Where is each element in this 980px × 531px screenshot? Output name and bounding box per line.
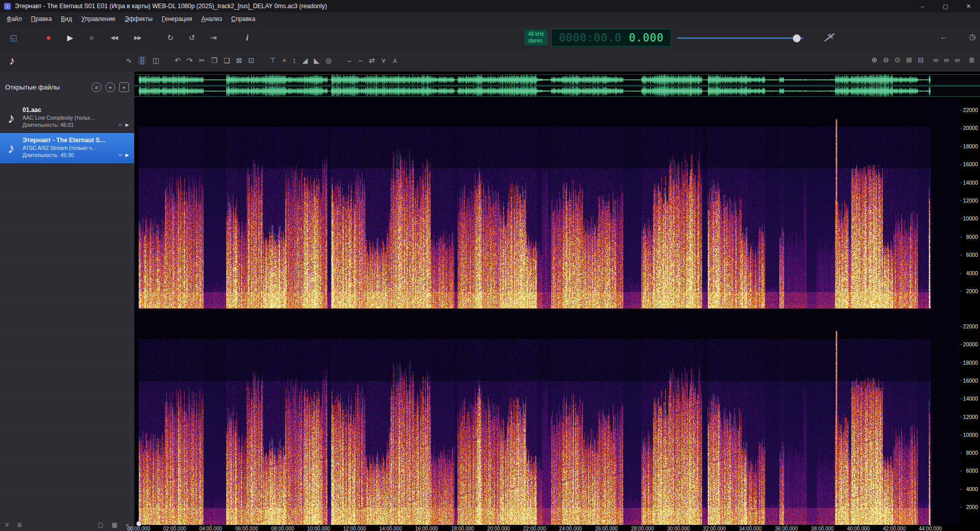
time-position-dim: 0000:00.0: [559, 32, 622, 44]
play-follow-icon[interactable]: ⇥: [208, 34, 219, 41]
jump-back-icon[interactable]: ←: [938, 33, 949, 40]
fast-forward-icon[interactable]: ▶▶: [131, 35, 144, 40]
loop-playback-icon[interactable]: ↻: [165, 34, 176, 41]
mix-icon[interactable]: +: [282, 57, 286, 64]
draw-cursor-disabled-icon[interactable]: ✎: [825, 33, 836, 40]
open-files-title: Открытые файлы: [5, 83, 60, 91]
fade-in-icon[interactable]: ◢: [302, 57, 308, 64]
freq-label: 8000: [966, 234, 978, 240]
freq-label: 20000: [963, 341, 978, 347]
freq-tick: [960, 417, 962, 417]
spectrogram-channel-right[interactable]: [135, 309, 960, 525]
menu-generate[interactable]: Генерация: [157, 14, 197, 24]
loop-selection-icon[interactable]: ↺: [186, 34, 198, 41]
crop-icon[interactable]: ⊡: [248, 57, 254, 64]
time-label: 08:00.000: [271, 526, 294, 531]
time-label: 28:00.000: [631, 526, 654, 531]
format-badge: 48 kHz stereo: [525, 30, 548, 46]
filter-files-icon[interactable]: ≡: [92, 82, 101, 92]
freq-label: 16000: [963, 378, 978, 384]
loop-markers-icon[interactable]: ‹›: [119, 152, 122, 158]
normalize-icon[interactable]: ⊤: [270, 57, 276, 64]
menu-file[interactable]: Файл: [2, 14, 27, 24]
empty-file-slot: [0, 496, 134, 519]
selection-mode-icon[interactable]: ◱: [8, 34, 19, 41]
split-channels-icon[interactable]: ⋎: [381, 57, 386, 64]
freq-label: 18000: [963, 143, 978, 149]
menu-analyze[interactable]: Анализ: [197, 14, 227, 24]
paste-icon[interactable]: ❏: [224, 57, 230, 64]
new-file-icon[interactable]: +: [119, 82, 129, 92]
play-icon[interactable]: ▶: [64, 34, 76, 41]
zoom-selection-icon[interactable]: ⊙: [895, 56, 901, 63]
menu-help[interactable]: Справка: [227, 14, 260, 24]
add-file-icon[interactable]: +: [105, 82, 115, 92]
volume-slider-knob[interactable]: [793, 34, 801, 42]
view-spectrogram-icon[interactable]: ⣿: [138, 56, 146, 64]
history-icon[interactable]: ◷: [967, 33, 978, 40]
show-preview-icon[interactable]: ▢: [98, 521, 103, 528]
volume-slider[interactable]: [677, 34, 803, 42]
undo-icon[interactable]: ↶: [175, 57, 181, 64]
delete-icon[interactable]: ⊠: [236, 57, 243, 64]
overview-waveform[interactable]: [135, 74, 980, 97]
close-button[interactable]: ✕: [957, 0, 980, 12]
maximize-button[interactable]: ▢: [934, 0, 957, 12]
freq-label: 10000: [963, 432, 978, 438]
envelope-icon[interactable]: ⌣: [347, 57, 352, 64]
copy-icon[interactable]: ❐: [211, 57, 217, 64]
file-info-icon[interactable]: i: [242, 33, 253, 42]
minimize-button[interactable]: –: [911, 0, 934, 12]
link-zoom-icon[interactable]: ∞: [944, 56, 949, 63]
fade-out-icon[interactable]: ◣: [314, 57, 319, 64]
freq-label: 14000: [963, 395, 978, 402]
crossfade-icon[interactable]: ⇄: [369, 57, 375, 64]
menu-edit[interactable]: Правка: [27, 14, 57, 24]
zoom-out-icon[interactable]: ⊖: [883, 56, 889, 63]
zoom-fit-icon[interactable]: ⊞: [906, 56, 912, 63]
play-file-icon[interactable]: ▶: [125, 152, 129, 158]
loop-region-icon[interactable]: ◎: [325, 57, 332, 64]
freq-label: 4000: [966, 270, 978, 276]
record-icon[interactable]: ●: [43, 33, 54, 42]
icon-group: ↶↷✂❐❏⊠⊡: [175, 57, 254, 64]
invert-icon[interactable]: ↕: [292, 57, 296, 64]
curve-icon[interactable]: ⌢: [358, 57, 362, 64]
freq-tick: [960, 507, 962, 507]
playhead-marker[interactable]: [136, 521, 142, 526]
time-label: 32:00.000: [703, 526, 726, 531]
menu-view[interactable]: Вид: [56, 14, 77, 24]
rewind-icon[interactable]: ◀◀: [107, 35, 121, 40]
files-compact-view-icon[interactable]: ≡: [5, 521, 9, 528]
file-list-item[interactable]: ♪Этернавт - The Eternaut S…ATSC A/52 Str…: [0, 133, 134, 163]
join-channels-icon[interactable]: ⋏: [393, 57, 398, 64]
view-split-icon[interactable]: ◫: [153, 57, 159, 64]
zoom-in-icon[interactable]: ⊕: [872, 56, 878, 63]
empty-file-slot: [0, 363, 134, 396]
channel-mode-label: stereo: [528, 38, 544, 45]
menu-control[interactable]: Управление: [77, 14, 120, 24]
file-list-item[interactable]: ♪01.aacAAC Low Complexity (тольк…Длитель…: [0, 103, 134, 133]
play-file-icon[interactable]: ▶: [125, 122, 129, 127]
stop-icon[interactable]: ■: [86, 34, 97, 41]
link-scroll-icon[interactable]: ∞: [954, 56, 960, 63]
freq-label: 6000: [966, 252, 978, 258]
files-detail-view-icon[interactable]: ≣: [17, 521, 22, 528]
view-waveform-icon[interactable]: ∿: [126, 57, 132, 64]
view-options-icon[interactable]: ≣: [969, 56, 975, 63]
loop-markers-icon[interactable]: ‹›: [119, 122, 122, 127]
link-views-icon[interactable]: ∞: [933, 56, 938, 63]
time-label: 36:00.000: [775, 526, 798, 531]
redo-icon[interactable]: ↷: [187, 57, 193, 64]
spectrogram-channel-left[interactable]: [135, 98, 960, 308]
zoom-all-icon[interactable]: ⊟: [918, 56, 924, 63]
menu-effects[interactable]: Эффекты: [120, 14, 158, 24]
window-controls: – ▢ ✕: [911, 0, 980, 12]
freq-tick: [960, 146, 962, 147]
cut-icon[interactable]: ✂: [199, 57, 205, 64]
freq-tick: [960, 453, 962, 453]
empty-file-slot: [0, 263, 134, 296]
volume-slider-track[interactable]: [677, 37, 803, 39]
show-thumbnails-icon[interactable]: ▦: [112, 521, 117, 528]
time-ruler[interactable]: 00:00.00002:00.00004:00.00006:00.00008:0…: [135, 525, 980, 531]
